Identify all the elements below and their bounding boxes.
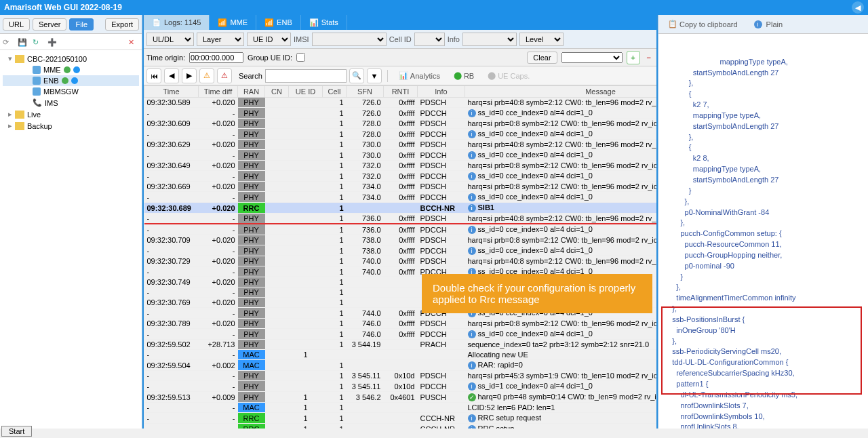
plain-button[interactable]: iPlain <box>749 18 788 31</box>
log-row[interactable]: 09:32:59.513+0.009PHY113 546.20x4601PUSC… <box>144 392 657 403</box>
copy-button[interactable]: 📋 Copy to clipboard <box>663 18 743 31</box>
tab-enb[interactable]: 📶ENB <box>256 15 301 30</box>
folder-icon <box>15 122 24 130</box>
log-row[interactable]: 09:32:30.649+0.020PHY1732.00xffffPDSCHha… <box>144 161 657 171</box>
col-rnti[interactable]: RNTI <box>384 86 418 98</box>
tree-item-live[interactable]: ▸Live <box>3 108 139 120</box>
warning-icon[interactable]: ⚠ <box>199 68 214 83</box>
col-ue-id[interactable]: UE ID <box>289 86 323 98</box>
nav-first-icon[interactable]: ⏮ <box>146 68 161 83</box>
time-origin-input[interactable] <box>189 52 243 63</box>
log-row[interactable]: 09:32:59.502+28.713PHY13 544.19PRACHsequ… <box>144 340 657 350</box>
tab-mme[interactable]: 📶MME <box>210 15 256 30</box>
log-grid[interactable]: TimeTime diffRANCNUE IDCellSFNRNTIInfoMe… <box>144 85 656 429</box>
file-tree[interactable]: ▾CBC-2021050100MMEENBMBMSGW📞IMS▸Live▸Bac… <box>0 50 142 429</box>
col-cn[interactable]: CN <box>265 86 289 98</box>
cellid-select[interactable] <box>414 33 445 46</box>
log-row[interactable]: --PHY13 545.110x10dPDCCHiss_id=1 cce_ind… <box>144 381 657 392</box>
col-cell[interactable]: Cell <box>323 86 347 98</box>
uldl-select[interactable]: UL/DL <box>146 33 194 46</box>
info-select[interactable] <box>462 33 517 46</box>
log-row[interactable]: 09:32:30.789+0.020PHY1746.00xffffPDSCHha… <box>144 319 657 329</box>
left-panel: URL Server File Export ⟳ 💾 ↻ ➕ ✕ ▾CBC-20… <box>0 15 142 429</box>
col-sfn[interactable]: SFN <box>347 86 384 98</box>
level-select[interactable]: Level <box>519 33 564 46</box>
search-input[interactable] <box>265 69 347 83</box>
url-button[interactable]: URL <box>3 18 30 31</box>
start-button[interactable]: Start <box>1 426 32 429</box>
clear-button[interactable]: Clear <box>527 52 557 64</box>
tab-icon: 📶 <box>218 18 227 27</box>
search-down-icon[interactable]: ▼ <box>367 68 382 83</box>
log-row[interactable]: 09:32:30.729+0.020PHY1740.00xffffPDSCHha… <box>144 256 657 266</box>
file-button[interactable]: File <box>69 18 94 31</box>
close-icon[interactable]: ✕ <box>128 38 139 46</box>
folder-icon <box>15 111 24 119</box>
log-row[interactable]: --PHY1734.00xffffPDCCHiss_id=0 cce_index… <box>144 192 657 203</box>
ueid-select[interactable]: UE ID <box>247 33 291 46</box>
log-row[interactable]: 09:32:30.589+0.020PHY1726.00xffffPDSCHha… <box>144 98 657 108</box>
group-checkbox[interactable] <box>296 53 305 62</box>
analytics-button[interactable]: 📊Analytics <box>393 69 446 82</box>
tab-stats[interactable]: 📊Stats <box>301 15 347 30</box>
col-time-diff[interactable]: Time diff <box>199 86 238 98</box>
log-row[interactable]: --PHY1732.00xffffPDCCHiss_id=0 cce_index… <box>144 171 657 182</box>
log-row[interactable]: 09:32:30.709+0.020PHY1738.00xffffPDSCHha… <box>144 235 657 245</box>
log-row[interactable]: --PHY1746.00xffffPDCCHiss_id=0 cce_index… <box>144 329 657 340</box>
log-row[interactable]: --PHY1736.00xffffPDCCHiss_id=0 cce_index… <box>144 224 657 235</box>
info-icon: i <box>468 193 476 201</box>
log-row[interactable]: --MAC1Allocating new UE <box>144 350 657 360</box>
refresh-icon[interactable]: ↻ <box>33 38 43 46</box>
info-icon: i <box>468 361 476 370</box>
info-icon: i <box>468 130 476 138</box>
log-row[interactable]: --PHY13 545.110x10dPDSCHharq=si prb=45:3… <box>144 371 657 381</box>
rb-button[interactable]: ⬤RB <box>448 69 479 82</box>
collapse-left-icon[interactable]: ◀ <box>852 1 864 14</box>
info-icon: i <box>468 382 476 391</box>
nav-prev-icon[interactable]: ◀ <box>164 68 179 83</box>
log-row[interactable]: 09:32:59.504+0.002MAC1iRAR: rapid=0 <box>144 360 657 371</box>
binoculars-icon[interactable]: 🔍 <box>349 68 364 83</box>
add-icon[interactable]: ➕ <box>47 38 58 46</box>
tree-item-mme[interactable]: MME <box>3 64 139 75</box>
error-icon[interactable]: ⚠ <box>217 68 232 83</box>
log-row[interactable]: --PHY1736.00xffffPDSCHharq=si prb=40:8 s… <box>144 214 657 224</box>
log-row[interactable]: 09:32:30.689+0.020RRC1BCCH-NRiSIB1 <box>144 203 657 214</box>
history-select[interactable] <box>561 52 623 63</box>
uecaps-button[interactable]: ⬤UE Caps. <box>482 69 535 82</box>
col-message[interactable]: Message <box>465 86 657 98</box>
tree-item-backup[interactable]: ▸Backup <box>3 120 139 132</box>
nav-next-icon[interactable]: ▶ <box>182 68 197 83</box>
title-bar: Amarisoft Web GUI 2022-08-19 ◀ <box>0 0 868 15</box>
status-dot <box>62 77 68 84</box>
tree-item-cbc-2021050100[interactable]: ▾CBC-2021050100 <box>3 53 139 64</box>
log-row[interactable]: --PHY1726.00xffffPDCCHiss_id=0 cce_index… <box>144 108 657 119</box>
log-row[interactable]: --RRC11CCCH-NRiRRC setup request <box>144 413 657 424</box>
reconnect-icon[interactable]: ⟳ <box>3 38 14 46</box>
col-ran[interactable]: RAN <box>238 86 265 98</box>
message-detail[interactable]: mappingType typeA, startSymbolAndLength … <box>658 34 868 429</box>
log-row[interactable]: --PHY1738.00xffffPDCCHiss_id=0 cce_index… <box>144 245 657 256</box>
log-row[interactable]: --PHY1730.00xffffPDCCHiss_id=0 cce_index… <box>144 150 657 161</box>
export-button[interactable]: Export <box>105 18 139 31</box>
col-time[interactable]: Time <box>144 86 199 98</box>
app-title: Amarisoft Web GUI 2022-08-19 <box>4 3 122 12</box>
log-row[interactable]: 09:32:30.629+0.020PHY1730.00xffffPDSCHha… <box>144 140 657 150</box>
tree-item-ims[interactable]: 📞IMS <box>3 97 139 108</box>
disk-icon[interactable]: 💾 <box>18 38 28 46</box>
log-row[interactable]: 09:32:30.609+0.020PHY1728.00xffffPDSCHha… <box>144 119 657 129</box>
imsi-select[interactable] <box>312 33 387 46</box>
detail-toolbar: 📋 Copy to clipboard iPlain <box>658 15 868 34</box>
log-row[interactable]: 09:32:30.669+0.020PHY1734.00xffffPDSCHha… <box>144 182 657 192</box>
add-filter-button[interactable]: + <box>627 51 640 64</box>
remove-filter-button[interactable]: − <box>644 54 654 62</box>
tree-item-mbmsgw[interactable]: MBMSGW <box>3 86 139 97</box>
log-row[interactable]: --MAC11LCID:52 len=6 PAD: len=1 <box>144 403 657 413</box>
log-row[interactable]: --RRC11CCCH-NRiRRC setup <box>144 424 657 429</box>
tree-item-enb[interactable]: ENB <box>3 75 139 86</box>
col-info[interactable]: Info <box>418 86 465 98</box>
server-button[interactable]: Server <box>33 18 66 31</box>
layer-select[interactable]: Layer <box>197 33 244 46</box>
tab-logs[interactable]: 📄Logs: 1145 <box>144 15 210 30</box>
log-row[interactable]: --PHY1728.00xffffPDCCHiss_id=0 cce_index… <box>144 129 657 140</box>
